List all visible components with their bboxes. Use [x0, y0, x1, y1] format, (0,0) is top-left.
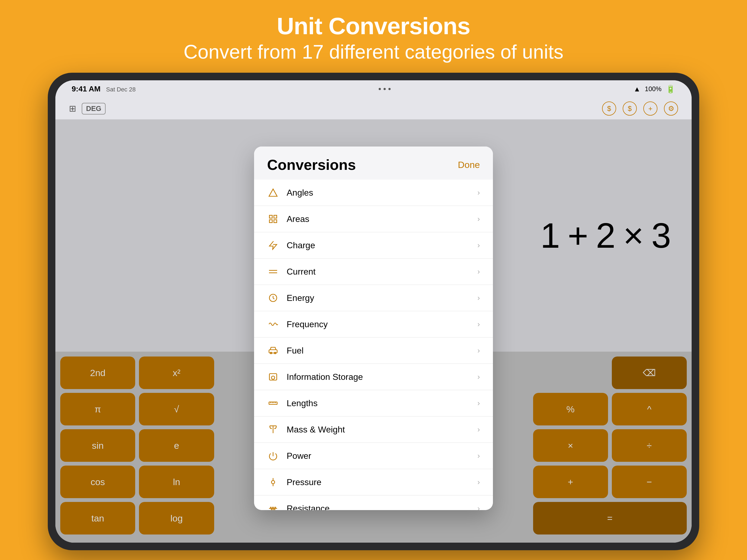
conv-icon-resistance — [267, 503, 279, 510]
conversion-item-fuel[interactable]: Fuel › — [254, 338, 493, 364]
conv-icon-pressure — [267, 476, 279, 488]
conv-chevron-areas: › — [478, 215, 480, 223]
conv-icon-fuel — [267, 345, 279, 356]
conversion-item-energy[interactable]: Energy › — [254, 285, 493, 311]
modal-list[interactable]: Angles › Areas › Charge › Current › Ener… — [254, 180, 493, 510]
page-header: Unit Conversions Convert from 17 differe… — [183, 0, 563, 73]
conv-label-areas: Areas — [287, 214, 478, 224]
modal-title: Conversions — [267, 156, 356, 173]
svg-rect-3 — [269, 220, 273, 223]
conv-label-current: Current — [287, 267, 478, 277]
ipad-frame: 9:41 AM Sat Dec 28 ▲ 100% 🔋 ⊞ DEG $ — [48, 73, 699, 550]
conv-label-pressure: Pressure — [287, 477, 478, 487]
conversions-modal: Conversions Done Angles › Areas › Charge… — [254, 146, 493, 510]
conv-label-power: Power — [287, 451, 478, 461]
conversion-item-power[interactable]: Power › — [254, 443, 493, 469]
toolbar-right: $ $ + ⚙ — [602, 102, 678, 115]
conv-icon-information-storage — [267, 371, 279, 383]
svg-marker-0 — [269, 189, 277, 196]
conv-label-energy: Energy — [287, 293, 478, 303]
conv-chevron-mass-weight: › — [478, 425, 480, 434]
ipad-screen: 9:41 AM Sat Dec 28 ▲ 100% 🔋 ⊞ DEG $ — [55, 80, 692, 543]
currency2-icon[interactable]: $ — [623, 102, 637, 115]
conv-icon-charge — [267, 239, 279, 251]
status-right: ▲ 100% 🔋 — [634, 85, 675, 94]
conv-icon-mass-weight — [267, 424, 279, 435]
wifi-icon: ▲ — [634, 85, 641, 93]
toolbar: ⊞ DEG $ $ + ⚙ — [55, 98, 692, 119]
battery-text: 100% — [645, 85, 662, 93]
sidebar-toggle-button[interactable]: ⊞ — [69, 103, 76, 114]
status-bar: 9:41 AM Sat Dec 28 ▲ 100% 🔋 — [55, 80, 692, 98]
conv-label-charge: Charge — [287, 240, 478, 250]
conversion-item-angles[interactable]: Angles › — [254, 180, 493, 206]
conv-label-fuel: Fuel — [287, 346, 478, 356]
conv-icon-power — [267, 450, 279, 462]
conversion-item-areas[interactable]: Areas › — [254, 206, 493, 232]
conversion-item-mass-weight[interactable]: Mass & Weight › — [254, 417, 493, 443]
status-date: Sat Dec 28 — [106, 86, 136, 93]
conversion-item-resistance[interactable]: Resistance › — [254, 496, 493, 510]
conversion-item-frequency[interactable]: Frequency › — [254, 311, 493, 338]
conv-icon-energy — [267, 292, 279, 304]
conversion-item-pressure[interactable]: Pressure › — [254, 469, 493, 496]
add-icon[interactable]: + — [643, 102, 658, 115]
conversion-item-charge[interactable]: Charge › — [254, 232, 493, 259]
conv-label-mass-weight: Mass & Weight — [287, 425, 478, 435]
conv-chevron-angles: › — [478, 188, 480, 197]
svg-rect-4 — [274, 220, 277, 223]
page-subtitle: Convert from 17 different categories of … — [183, 39, 563, 65]
conv-icon-angles — [267, 187, 279, 198]
conv-chevron-power: › — [478, 451, 480, 460]
conv-label-information-storage: Information Storage — [287, 372, 478, 382]
svg-point-18 — [272, 480, 275, 484]
currency-icon[interactable]: $ — [602, 102, 616, 115]
conv-chevron-pressure: › — [478, 478, 480, 486]
status-dot3 — [388, 88, 391, 90]
conversion-item-current[interactable]: Current › — [254, 259, 493, 285]
conv-chevron-frequency: › — [478, 320, 480, 328]
modal-overlay: Conversions Done Angles › Areas › Charge… — [55, 119, 692, 543]
conv-chevron-charge: › — [478, 241, 480, 249]
conv-chevron-energy: › — [478, 294, 480, 302]
conv-icon-frequency — [267, 318, 279, 330]
conv-icon-current — [267, 266, 279, 277]
conv-chevron-fuel: › — [478, 346, 480, 355]
status-time: 9:41 AM — [72, 85, 100, 93]
modal-header: Conversions Done — [254, 146, 493, 180]
deg-badge[interactable]: DEG — [82, 103, 106, 114]
conversion-item-information-storage[interactable]: Information Storage › — [254, 364, 493, 390]
conv-label-resistance: Resistance — [287, 504, 478, 510]
settings-icon[interactable]: ⚙ — [664, 102, 678, 115]
conv-label-angles: Angles — [287, 188, 478, 198]
toolbar-left: ⊞ DEG — [69, 103, 106, 114]
conv-chevron-information-storage: › — [478, 373, 480, 381]
svg-rect-11 — [269, 402, 277, 404]
svg-rect-1 — [269, 215, 273, 218]
conv-label-lengths: Lengths — [287, 398, 478, 408]
modal-done-button[interactable]: Done — [458, 160, 480, 170]
page-title: Unit Conversions — [183, 13, 563, 39]
svg-rect-2 — [274, 215, 277, 218]
battery-icon: 🔋 — [666, 85, 675, 94]
status-dot2 — [384, 88, 386, 90]
conv-chevron-lengths: › — [478, 399, 480, 407]
conversion-item-lengths[interactable]: Lengths › — [254, 390, 493, 417]
conv-chevron-current: › — [478, 267, 480, 276]
calc-area: 1 + 2 × 3 2nd x² ⌫ π √ % — [55, 119, 692, 543]
status-dot1 — [379, 88, 381, 90]
status-center — [379, 88, 391, 90]
conv-label-frequency: Frequency — [287, 319, 478, 329]
conv-chevron-resistance: › — [478, 504, 480, 510]
conv-icon-lengths — [267, 397, 279, 409]
conv-icon-areas — [267, 213, 279, 225]
